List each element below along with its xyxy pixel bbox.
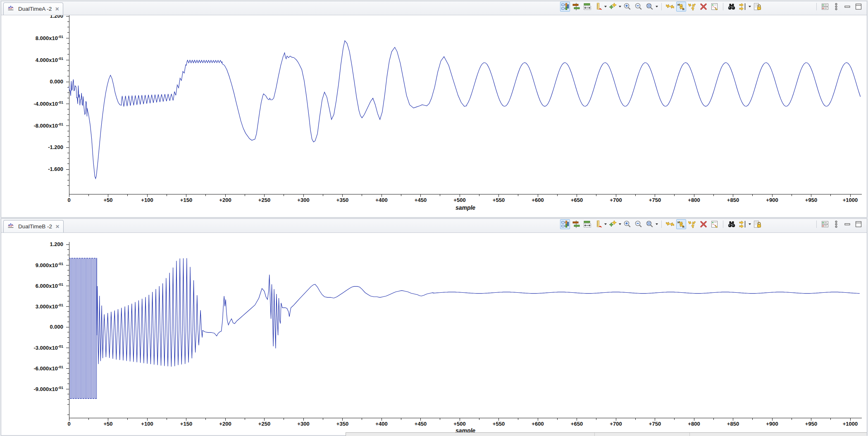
svg-text:H: H — [682, 225, 684, 228]
decorate-flower-icon[interactable] — [608, 219, 618, 229]
sync-arrows-icon[interactable] — [665, 219, 675, 229]
x-tick-label: 0 — [55, 421, 83, 427]
x-tick-label: +200 — [211, 421, 240, 427]
x-tick-label: +850 — [719, 197, 748, 203]
y-tick-label: -6.000x10-01 — [9, 365, 63, 372]
fit-time-range-icon[interactable] — [582, 219, 592, 229]
x-tick-label: +1000 — [836, 421, 865, 427]
search-binoculars-icon[interactable] — [727, 219, 737, 229]
x-tick-label: +600 — [523, 197, 552, 203]
tab-label: DualTimeB -2 — [18, 223, 52, 230]
chevron-down-icon[interactable] — [749, 223, 751, 225]
chevron-down-icon[interactable] — [749, 6, 751, 7]
x-tick-label: +200 — [211, 197, 240, 203]
view-menu-icon[interactable] — [831, 2, 841, 12]
chevron-down-icon[interactable] — [619, 6, 621, 7]
view-list-icon[interactable] — [820, 2, 830, 12]
x-tick-label: +700 — [601, 197, 630, 203]
x-tick-label: +800 — [680, 197, 708, 203]
x-tick-label: +350 — [328, 197, 357, 203]
tab-dualtimeb[interactable]: DualTimeB -2 ✕ — [3, 220, 64, 232]
x-tick-label: +100 — [133, 197, 162, 203]
zoom-out-icon[interactable] — [634, 219, 644, 229]
y-tick-label: -3.000x10-01 — [9, 344, 63, 351]
view-list-icon[interactable] — [820, 219, 830, 229]
fit-time-range-icon[interactable] — [582, 2, 592, 12]
clear-sync-icon[interactable] — [699, 219, 708, 229]
chart-toolbar: HH — [560, 0, 867, 15]
view-panel-dualtimea: 1.2008.000x10-014.000x10-010.000-4.000x1… — [1, 1, 867, 218]
toolbar-separator — [661, 220, 662, 228]
clear-sync-icon[interactable] — [699, 2, 708, 12]
decorate-flower-icon[interactable] — [608, 2, 618, 12]
view-panel-dualtimeb: 1.2009.000x10-016.000x10-013.000x10-010.… — [1, 218, 867, 436]
x-tick-label: +650 — [563, 421, 591, 427]
chevron-down-icon[interactable] — [619, 223, 621, 225]
minimize-view-icon[interactable] — [842, 219, 852, 229]
close-icon[interactable]: ✕ — [55, 6, 59, 12]
view-menu-icon[interactable] — [831, 219, 841, 229]
x-tick-label: +1000 — [836, 197, 865, 203]
chart-plot-area[interactable] — [1, 219, 867, 435]
x-tick-label: +450 — [406, 197, 435, 203]
strip-separator — [689, 433, 690, 436]
toolbar-separator — [723, 220, 723, 228]
tab-bar: DualTimeA -2 ✕ HH — [1, 1, 867, 15]
chevron-down-icon[interactable] — [656, 6, 658, 7]
lock-view-icon[interactable] — [752, 219, 762, 229]
x-tick-label: +900 — [758, 197, 787, 203]
x-tick-label: +750 — [641, 197, 670, 203]
svg-text:H: H — [677, 3, 680, 6]
search-binoculars-icon[interactable] — [727, 2, 737, 12]
y-tick-label: -1.600 — [9, 166, 63, 172]
chart-tracks-config-icon[interactable] — [560, 219, 570, 229]
maximize-view-icon[interactable] — [854, 219, 863, 229]
lock-view-icon[interactable] — [752, 2, 762, 12]
x-tick-label: +550 — [484, 421, 513, 427]
waveform-icon — [7, 222, 16, 231]
chart-properties-icon[interactable] — [710, 2, 720, 12]
align-signals-icon[interactable] — [571, 2, 581, 12]
goto-position-icon[interactable] — [738, 2, 748, 12]
chevron-down-icon[interactable] — [656, 223, 658, 225]
collapsed-panel-strip[interactable] — [346, 432, 867, 436]
ruler-measure-icon[interactable] — [594, 219, 603, 229]
ruler-measure-icon[interactable] — [594, 2, 603, 12]
x-tick-label: +650 — [563, 197, 591, 203]
x-tick-label: +50 — [94, 197, 123, 203]
close-icon[interactable]: ✕ — [55, 224, 60, 230]
y-tick-label: 6.000x10-01 — [9, 282, 63, 289]
x-tick-label: +800 — [680, 421, 708, 427]
x-tick-label: +250 — [250, 197, 279, 203]
zoom-region-icon[interactable] — [645, 2, 655, 12]
sync-group-icon[interactable] — [687, 2, 697, 12]
chevron-down-icon[interactable] — [604, 6, 607, 7]
zoom-in-icon[interactable] — [622, 219, 632, 229]
chart-plot-area[interactable] — [1, 1, 867, 217]
x-axis-title: sample — [424, 204, 507, 211]
chart-properties-icon[interactable] — [710, 219, 720, 229]
x-tick-label: +500 — [445, 197, 474, 203]
toolbar-separator — [816, 3, 817, 10]
minimize-view-icon[interactable] — [842, 2, 852, 12]
chart-tracks-config-icon[interactable] — [560, 2, 570, 12]
sync-hold-hh-icon[interactable]: HH — [676, 219, 686, 229]
x-tick-label: +850 — [719, 421, 748, 427]
sync-arrows-icon[interactable] — [665, 2, 675, 12]
toolbar-separator — [816, 220, 817, 228]
x-tick-label: +300 — [289, 197, 318, 203]
zoom-region-icon[interactable] — [645, 219, 655, 229]
sync-hold-hh-icon[interactable]: HH — [676, 2, 686, 12]
align-signals-icon[interactable] — [571, 219, 581, 229]
goto-position-icon[interactable] — [738, 219, 748, 229]
tab-dualtimea[interactable]: DualTimeA -2 ✕ — [3, 2, 63, 15]
zoom-in-icon[interactable] — [622, 2, 632, 12]
y-tick-label: -9.000x10-01 — [9, 386, 63, 392]
sync-group-icon[interactable] — [687, 219, 697, 229]
maximize-view-icon[interactable] — [854, 2, 863, 12]
zoom-out-icon[interactable] — [634, 2, 644, 12]
chevron-down-icon[interactable] — [604, 223, 607, 225]
y-tick-label: -1.200 — [9, 144, 63, 150]
y-tick-label: 1.200 — [9, 241, 63, 247]
y-tick-label: 9.000x10-01 — [9, 262, 63, 268]
